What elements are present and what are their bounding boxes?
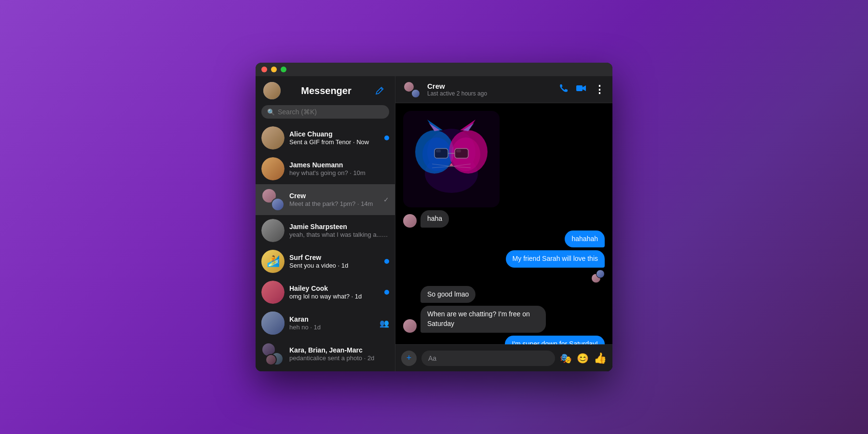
- more-options-icon[interactable]: ⋮: [594, 83, 605, 96]
- conversation-item-alice[interactable]: Alice Chuang Sent a GIF from Tenor · Now: [256, 122, 395, 153]
- phone-call-icon[interactable]: [558, 83, 568, 95]
- conversation-item-hailey[interactable]: Hailey Cook omg lol no way what? · 1d: [256, 277, 395, 308]
- surfcrew-name: Surf Crew: [289, 254, 380, 261]
- sent-sarah-group: My friend Sarah will love this: [403, 250, 605, 283]
- james-preview: hey what's going on? · 10m: [289, 169, 389, 176]
- sidebar-header: Messenger: [256, 76, 395, 103]
- user-avatar[interactable]: [263, 82, 281, 99]
- crew-msg-avatar2: [403, 319, 417, 333]
- james-name: James Nuemann: [289, 161, 389, 169]
- crew-name: Crew: [289, 192, 379, 200]
- sticker-icon[interactable]: 🎭: [560, 353, 572, 364]
- sidebar-title: Messenger: [281, 85, 372, 96]
- chat-header-avatar: [403, 81, 420, 98]
- user-avatar-img: [263, 82, 281, 99]
- karan-info: Karan heh no · 1d: [289, 315, 375, 331]
- main-content: Messenger 🔍: [256, 76, 612, 371]
- alice-name: Alice Chuang: [289, 130, 380, 138]
- hailey-avatar: [261, 281, 285, 304]
- karan-name: Karan: [289, 315, 375, 323]
- james-avatar: [261, 157, 285, 180]
- kara-preview: pedanticalice sent a photo · 2d: [289, 354, 389, 362]
- chat-header-info: Crew Last active 2 hours ago: [427, 82, 554, 97]
- message-bubble-sogood: So good lmao: [420, 286, 475, 303]
- jamie-avatar: [261, 219, 285, 242]
- chat-header: Crew Last active 2 hours ago: [395, 76, 612, 103]
- search-bar[interactable]: 🔍: [261, 105, 389, 119]
- alice-info: Alice Chuang Sent a GIF from Tenor · Now: [289, 130, 380, 146]
- message-row-haha: haha: [403, 210, 449, 228]
- crew-info: Crew Meet at the park? 1pm? · 14m: [289, 192, 379, 207]
- crew-meta: ✓: [383, 196, 389, 203]
- kara-info: Kara, Brian, Jean-Marc pedanticalice sen…: [289, 346, 389, 362]
- emoji-icon[interactable]: 😊: [577, 353, 589, 364]
- surfcrew-meta: [384, 259, 389, 264]
- conversation-item-crew[interactable]: Crew Meet at the park? 1pm? · 14m ✓: [256, 184, 395, 215]
- crew-msg-avatar: [403, 214, 417, 228]
- input-actions: 🎭 😊 👍: [560, 352, 607, 365]
- read-check-icon: ✓: [383, 196, 389, 203]
- unread-indicator: [384, 136, 389, 140]
- message-bubble-saturday: When are we chatting? I'm free on Saturd…: [420, 306, 546, 332]
- title-bar: [256, 63, 612, 76]
- chat-header-actions: ⋮: [558, 83, 605, 96]
- app-window: Messenger 🔍: [256, 63, 612, 371]
- svg-rect-0: [576, 85, 583, 91]
- james-info: James Nuemann hey what's going on? · 10m: [289, 161, 389, 176]
- sent-hahahah-group: hahahah: [403, 231, 605, 248]
- minimize-button[interactable]: [271, 67, 277, 72]
- chat-status: Last active 2 hours ago: [427, 90, 554, 97]
- svg-point-21: [451, 137, 480, 171]
- crew-avatar: [261, 188, 285, 211]
- chat-area: Crew Last active 2 hours ago: [395, 76, 612, 371]
- thumbsup-icon[interactable]: 👍: [594, 352, 607, 365]
- video-call-icon[interactable]: [576, 83, 586, 96]
- unread-indicator: [384, 259, 389, 264]
- alice-preview: Sent a GIF from Tenor · Now: [289, 138, 380, 146]
- hailey-name: Hailey Cook: [289, 285, 380, 292]
- search-input[interactable]: [278, 108, 383, 116]
- messages-area: haha hahahah My friend Sarah will love t…: [395, 103, 612, 344]
- karan-meta: 👥: [380, 319, 389, 328]
- jamie-name: Jamie Sharpsteen: [289, 223, 389, 231]
- conversation-item-kara[interactable]: Kara, Brian, Jean-Marc pedanticalice sen…: [256, 339, 395, 369]
- message-row-sogood: So good lmao: [403, 286, 605, 303]
- search-icon: 🔍: [267, 108, 275, 116]
- input-area: + 🎭 😊 👍: [395, 344, 612, 371]
- hailey-meta: [384, 290, 389, 295]
- svg-point-20: [422, 137, 451, 171]
- conversation-item-karan[interactable]: Karan heh no · 1d 👥: [256, 308, 395, 339]
- sidebar: Messenger 🔍: [256, 76, 395, 371]
- surfcrew-avatar: 🏄: [261, 250, 285, 273]
- add-button[interactable]: +: [401, 351, 417, 366]
- message-bubble-down: I'm super down for Saturday!: [505, 336, 605, 344]
- conversation-item-surfcrew[interactable]: 🏄 Surf Crew Sent you a video · 1d: [256, 246, 395, 277]
- jamie-preview: yeah, thats what I was talking a... · 4h: [289, 231, 389, 238]
- surfcrew-preview: Sent you a video · 1d: [289, 262, 380, 269]
- surfcrew-info: Surf Crew Sent you a video · 1d: [289, 254, 380, 269]
- kara-name: Kara, Brian, Jean-Marc: [289, 346, 389, 354]
- message-row-saturday: When are we chatting? I'm free on Saturd…: [403, 306, 605, 332]
- message-input[interactable]: [421, 351, 555, 366]
- received-image-group: haha: [403, 111, 605, 228]
- message-bubble-haha: haha: [420, 210, 449, 228]
- message-bubble-hahahah: hahahah: [565, 231, 605, 248]
- conversation-list: Alice Chuang Sent a GIF from Tenor · Now…: [256, 122, 395, 371]
- conversation-item-james[interactable]: James Nuemann hey what's going on? · 10m: [256, 153, 395, 184]
- seen-avatars: [591, 270, 605, 283]
- karan-emoji: 👥: [380, 319, 389, 328]
- unread-indicator: [384, 290, 389, 295]
- maximize-button[interactable]: [281, 67, 286, 72]
- karan-preview: heh no · 1d: [289, 324, 375, 331]
- hailey-info: Hailey Cook omg lol no way what? · 1d: [289, 285, 380, 300]
- conversation-item-jamie[interactable]: Jamie Sharpsteen yeah, thats what I was …: [256, 215, 395, 246]
- chat-name: Crew: [427, 82, 554, 90]
- karan-avatar: [261, 312, 285, 335]
- message-bubble-sarah: My friend Sarah will love this: [506, 250, 605, 268]
- hailey-preview: omg lol no way what? · 1d: [289, 293, 380, 300]
- conversation-item-susie[interactable]: Susie Lee Close enough · 2d: [256, 369, 395, 371]
- close-button[interactable]: [261, 67, 267, 72]
- jamie-info: Jamie Sharpsteen yeah, thats what I was …: [289, 223, 389, 238]
- sent-saturday-group: I'm super down for Saturday! Let's invit…: [403, 336, 605, 344]
- compose-button[interactable]: [372, 83, 387, 98]
